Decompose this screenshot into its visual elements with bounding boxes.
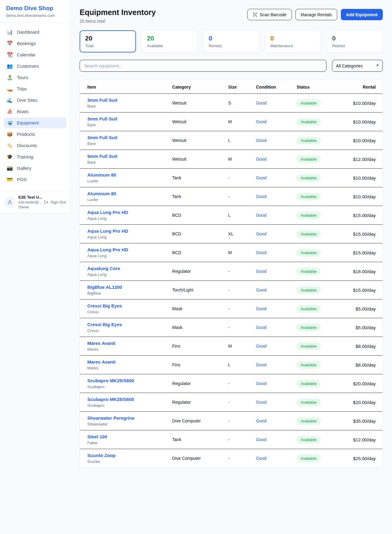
sidebar-item-products[interactable]: 📦 Products xyxy=(4,129,66,139)
search-input[interactable] xyxy=(80,60,326,72)
item-condition-link[interactable]: Good xyxy=(256,306,266,311)
calendar-icon: 📆 xyxy=(7,52,13,57)
item-condition-link[interactable]: Good xyxy=(256,437,266,442)
manage-rentals-button[interactable]: Manage Rentals xyxy=(296,9,337,20)
item-condition-link[interactable]: Good xyxy=(256,231,266,236)
item-condition-link[interactable]: Good xyxy=(256,250,266,255)
item-condition-link[interactable]: Good xyxy=(256,213,266,218)
item-name-link[interactable]: Scubapro MK25/S600 xyxy=(87,397,172,402)
item-condition-link[interactable]: Good xyxy=(256,418,266,423)
table-row: Aqua Lung Pro HD Aqua Lung BCD L Good Av… xyxy=(80,206,383,225)
status-badge: Available xyxy=(296,305,321,313)
item-condition-link[interactable]: Good xyxy=(256,101,266,105)
item-condition-link[interactable]: Good xyxy=(256,400,266,405)
item-name-link[interactable]: Mares Avanti xyxy=(87,341,172,346)
item-condition-link[interactable]: Good xyxy=(256,344,266,349)
category-filter-select[interactable]: All Categories xyxy=(332,60,383,72)
table-row: 3mm Full Suit Bare Wetsuit M Good Availa… xyxy=(80,113,383,131)
tours-icon: 🏝️ xyxy=(7,75,13,80)
item-condition-link[interactable]: Good xyxy=(256,456,266,461)
item-condition-link[interactable]: Good xyxy=(256,381,266,386)
status-badge: Available xyxy=(296,324,321,331)
stat-cards: 20 Total 20 Available 0 Rented 0 Mainten… xyxy=(80,30,383,52)
item-name-link[interactable]: 3mm Full Suit xyxy=(87,116,172,121)
item-name-link[interactable]: Cressi Big Eyes xyxy=(87,322,172,327)
item-condition-link[interactable]: Good xyxy=(256,175,266,180)
items-total-count: 20 items total xyxy=(80,19,156,24)
item-name-link[interactable]: Cressi Big Eyes xyxy=(87,303,172,308)
table-row: Aluminum 80 Luxfer Tank - Good Available… xyxy=(80,169,383,187)
sidebar-item-customers[interactable]: 👥 Customers xyxy=(4,61,66,71)
item-name-link[interactable]: Aqualung Core xyxy=(87,266,172,271)
item-condition-link[interactable]: Good xyxy=(256,119,266,124)
table-row: Scubapro MK25/S600 Scubapro Regulator - … xyxy=(80,374,383,393)
equipment-table: Item Category Size Condition Status Rent… xyxy=(80,80,383,467)
item-name-link[interactable]: Aluminum 80 xyxy=(87,191,172,196)
table-row: Aqua Lung Pro HD Aqua Lung BCD M Good Av… xyxy=(80,243,383,262)
table-row: Mares Avanti Mares Fins M Good Available… xyxy=(80,337,383,356)
main-content: Equipment Inventory 20 items total Scan … xyxy=(70,0,392,482)
item-condition-link[interactable]: Good xyxy=(256,269,266,274)
item-name-link[interactable]: Aqua Lung Pro HD xyxy=(87,210,172,215)
stat-value: 0 xyxy=(332,35,377,42)
item-category: BCD xyxy=(172,243,228,262)
item-condition-link[interactable]: Good xyxy=(256,325,266,330)
sidebar-item-tours[interactable]: 🏝️ Tours xyxy=(4,72,66,83)
item-condition-link[interactable]: Good xyxy=(256,138,266,143)
sign-out-button[interactable]: Sign Out xyxy=(44,200,66,204)
stat-value: 20 xyxy=(147,35,192,42)
item-name-link[interactable]: Mares Avanti xyxy=(87,359,172,364)
item-name-link[interactable]: BigBlue AL1200 xyxy=(87,284,172,290)
sidebar-item-bookings[interactable]: 📅 Bookings xyxy=(4,38,66,49)
page-header-text: Equipment Inventory 20 items total xyxy=(80,8,156,24)
add-equipment-button[interactable]: Add Equipment xyxy=(341,9,383,20)
sidebar-item-calendar[interactable]: 📆 Calendar xyxy=(4,49,66,60)
sidebar-item-gallery[interactable]: 📸 Gallery xyxy=(4,163,66,174)
sidebar-item-pos[interactable]: 💳 POS xyxy=(4,174,66,185)
stat-card-available[interactable]: 20 Available xyxy=(141,30,198,52)
stat-card-total[interactable]: 20 Total xyxy=(80,30,136,52)
bookings-icon: 📅 xyxy=(7,41,13,46)
item-name-link[interactable]: 3mm Full Suit xyxy=(87,135,172,140)
item-condition-link[interactable]: Good xyxy=(256,194,266,199)
item-condition-link[interactable]: Good xyxy=(256,157,266,162)
item-condition-link[interactable]: Good xyxy=(256,288,266,292)
stat-card-maintenance[interactable]: 0 Maintenance xyxy=(265,30,321,52)
item-name-link[interactable]: Aqua Lung Pro HD xyxy=(87,228,172,234)
training-icon: 🎓 xyxy=(7,154,13,159)
sidebar-item-label: Calendar xyxy=(17,52,36,57)
sidebar-item-dive-sites[interactable]: 🌊 Dive Sites xyxy=(4,95,66,105)
item-brand: Shearwater xyxy=(87,422,172,426)
item-name-link[interactable]: Aqua Lung Pro HD xyxy=(87,247,172,252)
sidebar-item-label: Trips xyxy=(17,86,27,91)
sidebar-item-dashboard[interactable]: 📊 Dashboard xyxy=(4,27,66,37)
item-size: - xyxy=(228,412,256,430)
sidebar-item-trips[interactable]: 🚤 Trips xyxy=(4,83,66,94)
item-brand: Aqua Lung xyxy=(87,254,172,258)
stat-card-rented[interactable]: 0 Rented xyxy=(203,30,259,52)
item-name-link[interactable]: 5mm Full Suit xyxy=(87,154,172,159)
stat-card-retired[interactable]: 0 Retired xyxy=(326,30,383,52)
sidebar-item-label: Discounts xyxy=(17,143,37,148)
sidebar-item-equipment[interactable]: 🤿 Equipment xyxy=(4,117,66,128)
user-icon xyxy=(7,200,13,205)
item-size: S xyxy=(228,94,256,113)
item-name-link[interactable]: Shearwater Peregrine xyxy=(87,415,172,421)
item-name-link[interactable]: Scubapro MK25/S600 xyxy=(87,378,172,383)
equipment-icon: 🤿 xyxy=(7,120,13,125)
sidebar-item-label: POS xyxy=(17,177,27,182)
table-row: Aqua Lung Pro HD Aqua Lung BCD XL Good A… xyxy=(80,225,383,243)
sidebar-item-discounts[interactable]: 🏷️ Discounts xyxy=(4,140,66,151)
sidebar-item-training[interactable]: 🎓 Training xyxy=(4,151,66,162)
item-name-link[interactable]: Steel 100 xyxy=(87,434,172,439)
item-name-link[interactable]: 3mm Full Suit xyxy=(87,97,172,103)
sidebar-item-boats[interactable]: ⛵ Boats xyxy=(4,106,66,117)
item-name-link[interactable]: Suunto Zoop xyxy=(87,453,172,458)
item-name-link[interactable]: Aluminum 80 xyxy=(87,172,172,177)
status-badge: Available xyxy=(296,99,321,107)
sidebar-item-label: Gallery xyxy=(17,166,32,171)
item-rental-price: $15.00/day xyxy=(337,243,383,262)
scan-barcode-button[interactable]: Scan Barcode xyxy=(247,9,292,20)
item-condition-link[interactable]: Good xyxy=(256,362,266,367)
item-rental-price: $5.00/day xyxy=(337,318,383,337)
